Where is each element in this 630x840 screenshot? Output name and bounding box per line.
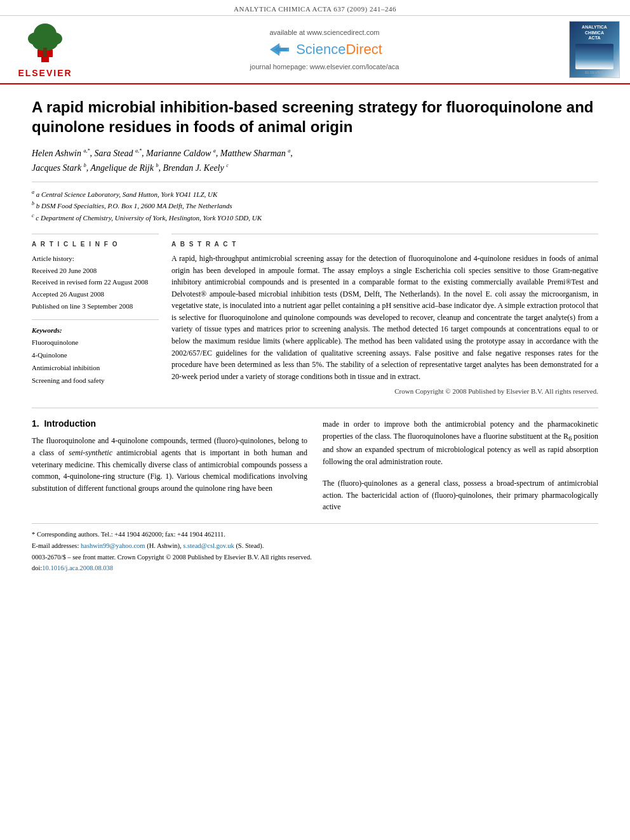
main-divider bbox=[32, 408, 598, 408]
journal-header: ANALYTICA CHIMICA ACTA 637 (2009) 241–24… bbox=[0, 0, 630, 16]
keywords-list: Fluoroquinolone 4-Quinolone Antimicrobia… bbox=[32, 337, 159, 387]
authors: Helen Ashwin a,*, Sara Stead a,*, Marian… bbox=[32, 147, 598, 175]
intro-left-text: The fluoroquinolone and 4-quinolone comp… bbox=[32, 435, 307, 494]
intro-heading: 1. Introduction bbox=[32, 418, 307, 429]
top-banner: ELSEVIER available at www.sciencedirect.… bbox=[0, 16, 630, 84]
affil-a: a a Central Science Laboratory, Sand Hut… bbox=[32, 189, 598, 200]
cover-image bbox=[575, 44, 613, 69]
authors-text: Helen Ashwin a,*, Sara Stead a,*, Marian… bbox=[32, 149, 293, 172]
published-date: Published on line 3 September 2008 bbox=[32, 300, 159, 312]
intro-right-text-2: The (fluoro)-quinolones as a general cla… bbox=[323, 477, 598, 513]
history-divider bbox=[32, 319, 159, 320]
available-text: available at www.sciencedirect.com bbox=[269, 29, 379, 36]
introduction-section: 1. Introduction The fluoroquinolone and … bbox=[32, 418, 598, 512]
affil-b: b b DSM Food Specialties, P.O. Box 1, 26… bbox=[32, 200, 598, 211]
center-banner: available at www.sciencedirect.com Scien… bbox=[86, 21, 563, 78]
abstract-section: A B S T R A C T A rapid, high-throughput… bbox=[171, 234, 598, 396]
accepted-date: Accepted 26 August 2008 bbox=[32, 288, 159, 300]
sciencedirect-logo: ScienceDirect bbox=[267, 40, 382, 59]
keywords-section: Keywords: Fluoroquinolone 4-Quinolone An… bbox=[32, 326, 159, 387]
footnotes: * Corresponding authors. Tel.: +44 1904 … bbox=[32, 529, 598, 574]
paper-body: A rapid microbial inhibition-based scree… bbox=[0, 84, 630, 587]
email-stead[interactable]: s.stead@csl.gov.uk bbox=[183, 542, 234, 549]
affil-c: c c Department of Chemistry, University … bbox=[32, 212, 598, 223]
elsevier-text: ELSEVIER bbox=[18, 68, 72, 78]
issn-note: 0003-2670/$ – see front matter. Crown Co… bbox=[32, 552, 598, 563]
kw-3: Antimicrobial inhibition bbox=[32, 362, 159, 375]
footnote-divider bbox=[32, 523, 598, 524]
doi-link[interactable]: 10.1016/j.aca.2008.08.038 bbox=[42, 564, 113, 571]
kw-1: Fluoroquinolone bbox=[32, 337, 159, 349]
cover-label: ELSEVIER bbox=[585, 70, 603, 74]
copyright-line: Crown Copyright © 2008 Published by Else… bbox=[171, 387, 598, 395]
doi-note: doi:10.1016/j.aca.2008.08.038 bbox=[32, 563, 598, 574]
sciencedirect-text: ScienceDirect bbox=[296, 41, 382, 58]
intro-right: made in order to improve both the antimi… bbox=[323, 418, 598, 512]
kw-2: 4-Quinolone bbox=[32, 349, 159, 362]
elsevier-tree-icon bbox=[20, 21, 70, 65]
kw-4: Screening and food safety bbox=[32, 375, 159, 387]
sciencedirect-arrow-icon bbox=[267, 40, 292, 59]
article-info: A R T I C L E I N F O Article history: R… bbox=[32, 234, 159, 396]
email-ashwin[interactable]: hashwin99@yahoo.com bbox=[81, 542, 145, 549]
article-info-abstract-section: A R T I C L E I N F O Article history: R… bbox=[32, 234, 598, 396]
affil-divider bbox=[32, 182, 598, 182]
intro-left: 1. Introduction The fluoroquinolone and … bbox=[32, 418, 307, 512]
paper-title: A rapid microbial inhibition-based scree… bbox=[32, 97, 598, 137]
elsevier-logo: ELSEVIER bbox=[10, 21, 80, 78]
keywords-label: Keywords: bbox=[32, 326, 159, 334]
article-history: Article history: Received 20 June 2008 R… bbox=[32, 253, 159, 312]
received-date: Received 20 June 2008 bbox=[32, 265, 159, 277]
history-label: Article history: bbox=[32, 253, 159, 265]
homepage-text: journal homepage: www.elsevier.com/locat… bbox=[250, 63, 399, 70]
article-info-title: A R T I C L E I N F O bbox=[32, 241, 159, 248]
journal-cover: ANALYTICA CHIMICA ACTA ELSEVIER bbox=[569, 21, 620, 78]
journal-header-text: ANALYTICA CHIMICA ACTA 637 (2009) 241–24… bbox=[234, 5, 396, 13]
abstract-title: A B S T R A C T bbox=[171, 241, 598, 248]
affiliations: a a Central Science Laboratory, Sand Hut… bbox=[32, 189, 598, 223]
svg-rect-6 bbox=[43, 48, 47, 57]
abstract-text: A rapid, high-throughput antimicrobial s… bbox=[171, 253, 598, 383]
corresponding-note: * Corresponding authors. Tel.: +44 1904 … bbox=[32, 529, 598, 540]
revised-date: Received in revised form 22 August 2008 bbox=[32, 276, 159, 288]
cover-title: ANALYTICA CHIMICA ACTA bbox=[582, 25, 607, 41]
email-note: E-mail addresses: hashwin99@yahoo.com (H… bbox=[32, 540, 598, 552]
intro-right-text: made in order to improve both the antimi… bbox=[323, 418, 598, 467]
